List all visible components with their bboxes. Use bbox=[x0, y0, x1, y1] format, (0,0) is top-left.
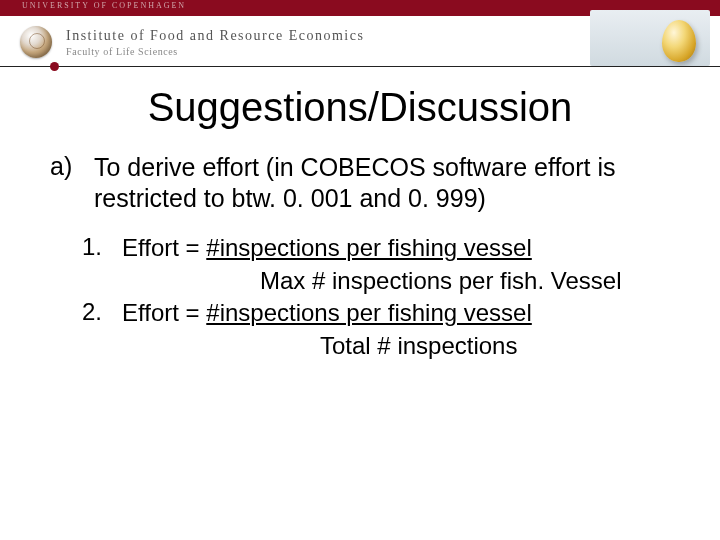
list-text-a: To derive effort (in COBECOS software ef… bbox=[94, 152, 672, 213]
sublist-1-line2: Max # inspections per fish. Vessel bbox=[82, 266, 672, 297]
divider-line bbox=[0, 66, 720, 67]
divider-dot-icon bbox=[50, 62, 59, 71]
university-seal-icon bbox=[20, 26, 52, 58]
slide-header: Institute of Food and Resource Economics… bbox=[0, 16, 720, 64]
sublist-item-2: 2. Effort = #inspections per fishing ves… bbox=[82, 298, 672, 329]
egg-icon bbox=[662, 20, 696, 62]
sublist-marker-2: 2. bbox=[82, 298, 122, 329]
sublist: 1. Effort = #inspections per fishing ves… bbox=[48, 233, 672, 362]
institute-name: Institute of Food and Resource Economics bbox=[66, 28, 364, 44]
sublist-item-1: 1. Effort = #inspections per fishing ves… bbox=[82, 233, 672, 264]
sublist-1-lead: Effort = bbox=[122, 234, 206, 261]
header-decoration bbox=[590, 10, 710, 66]
sublist-2-line2: Total # inspections bbox=[82, 331, 672, 362]
faculty-name: Faculty of Life Sciences bbox=[66, 46, 364, 57]
slide-title: Suggestions/Discussion bbox=[0, 85, 720, 130]
sublist-2-lead: Effort = bbox=[122, 299, 206, 326]
sublist-text-1: Effort = #inspections per fishing vessel bbox=[122, 233, 532, 264]
sublist-2-underlined: #inspections per fishing vessel bbox=[206, 299, 532, 326]
institute-block: Institute of Food and Resource Economics… bbox=[66, 28, 364, 57]
sublist-1-underlined: #inspections per fishing vessel bbox=[206, 234, 532, 261]
divider bbox=[0, 66, 720, 67]
list-item-a: a) To derive effort (in COBECOS software… bbox=[48, 152, 672, 213]
list-marker-a: a) bbox=[48, 152, 94, 213]
slide-body: a) To derive effort (in COBECOS software… bbox=[0, 130, 720, 362]
sublist-text-2: Effort = #inspections per fishing vessel bbox=[122, 298, 532, 329]
sublist-marker-1: 1. bbox=[82, 233, 122, 264]
university-name: UNIVERSITY OF COPENHAGEN bbox=[22, 1, 186, 10]
